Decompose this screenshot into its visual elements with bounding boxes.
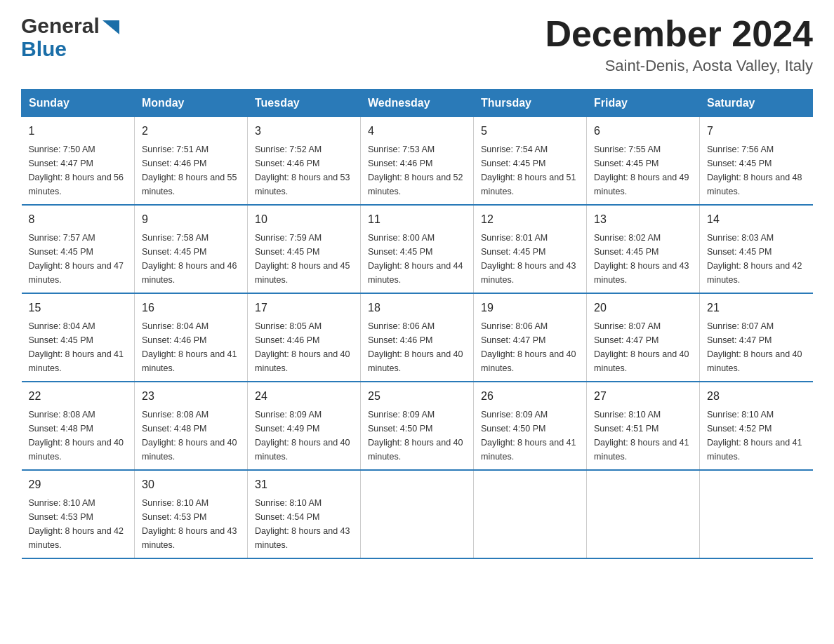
calendar-cell: [587, 470, 700, 558]
day-info: Sunrise: 7:55 AMSunset: 4:45 PMDaylight:…: [594, 142, 692, 199]
calendar-cell: 14 Sunrise: 8:03 AMSunset: 4:45 PMDaylig…: [700, 205, 813, 293]
calendar-cell: 31 Sunrise: 8:10 AMSunset: 4:54 PMDaylig…: [248, 470, 361, 558]
day-info: Sunrise: 8:09 AMSunset: 4:49 PMDaylight:…: [255, 408, 353, 464]
header-thursday: Thursday: [474, 90, 587, 117]
page-header: General Blue December 2024 Saint-Denis, …: [21, 14, 813, 75]
day-number: 20: [594, 300, 692, 316]
calendar-header-row: Sunday Monday Tuesday Wednesday Thursday…: [22, 90, 813, 117]
calendar-cell: 25 Sunrise: 8:09 AMSunset: 4:50 PMDaylig…: [361, 382, 474, 470]
calendar-cell: 19 Sunrise: 8:06 AMSunset: 4:47 PMDaylig…: [474, 293, 587, 382]
day-number: 6: [594, 123, 692, 140]
logo-blue-text: Blue: [21, 37, 67, 60]
day-number: 27: [594, 388, 692, 405]
day-number: 18: [368, 300, 466, 316]
day-info: Sunrise: 8:10 AMSunset: 4:51 PMDaylight:…: [594, 408, 692, 464]
day-number: 16: [142, 300, 240, 316]
calendar-cell: 10 Sunrise: 7:59 AMSunset: 4:45 PMDaylig…: [248, 205, 361, 293]
calendar-cell: 8 Sunrise: 7:57 AMSunset: 4:45 PMDayligh…: [22, 205, 135, 293]
day-info: Sunrise: 8:10 AMSunset: 4:53 PMDaylight:…: [29, 496, 128, 552]
calendar-cell: [474, 470, 587, 558]
day-number: 1: [29, 123, 128, 140]
calendar-table: Sunday Monday Tuesday Wednesday Thursday…: [21, 89, 813, 559]
calendar-cell: 16 Sunrise: 8:04 AMSunset: 4:46 PMDaylig…: [135, 293, 248, 382]
day-info: Sunrise: 8:10 AMSunset: 4:54 PMDaylight:…: [255, 496, 353, 552]
day-number: 29: [29, 476, 128, 493]
day-info: Sunrise: 7:56 AMSunset: 4:45 PMDaylight:…: [707, 142, 806, 199]
day-number: 4: [368, 123, 466, 140]
calendar-cell: 6 Sunrise: 7:55 AMSunset: 4:45 PMDayligh…: [587, 117, 700, 206]
calendar-cell: 9 Sunrise: 7:58 AMSunset: 4:45 PMDayligh…: [135, 205, 248, 293]
calendar-week-row-1: 1 Sunrise: 7:50 AMSunset: 4:47 PMDayligh…: [22, 117, 813, 206]
day-number: 23: [142, 388, 240, 405]
day-info: Sunrise: 7:59 AMSunset: 4:45 PMDaylight:…: [255, 231, 353, 287]
calendar-cell: 2 Sunrise: 7:51 AMSunset: 4:46 PMDayligh…: [135, 117, 248, 206]
calendar-cell: 15 Sunrise: 8:04 AMSunset: 4:45 PMDaylig…: [22, 293, 135, 382]
location-subtitle: Saint-Denis, Aosta Valley, Italy: [545, 57, 813, 75]
day-info: Sunrise: 8:04 AMSunset: 4:45 PMDaylight:…: [29, 319, 128, 375]
header-sunday: Sunday: [22, 90, 135, 117]
day-info: Sunrise: 7:53 AMSunset: 4:46 PMDaylight:…: [368, 142, 466, 199]
calendar-cell: 12 Sunrise: 8:01 AMSunset: 4:45 PMDaylig…: [474, 205, 587, 293]
header-tuesday: Tuesday: [248, 90, 361, 117]
calendar-cell: 22 Sunrise: 8:08 AMSunset: 4:48 PMDaylig…: [22, 382, 135, 470]
header-monday: Monday: [135, 90, 248, 117]
day-info: Sunrise: 7:51 AMSunset: 4:46 PMDaylight:…: [142, 142, 240, 199]
calendar-cell: 21 Sunrise: 8:07 AMSunset: 4:47 PMDaylig…: [700, 293, 813, 382]
calendar-cell: 11 Sunrise: 8:00 AMSunset: 4:45 PMDaylig…: [361, 205, 474, 293]
day-number: 12: [481, 211, 579, 228]
day-info: Sunrise: 8:05 AMSunset: 4:46 PMDaylight:…: [255, 319, 353, 375]
day-number: 17: [255, 300, 353, 316]
day-number: 2: [142, 123, 240, 140]
header-saturday: Saturday: [700, 90, 813, 117]
calendar-cell: 17 Sunrise: 8:05 AMSunset: 4:46 PMDaylig…: [248, 293, 361, 382]
calendar-cell: 24 Sunrise: 8:09 AMSunset: 4:49 PMDaylig…: [248, 382, 361, 470]
day-info: Sunrise: 7:50 AMSunset: 4:47 PMDaylight:…: [29, 142, 128, 199]
day-number: 25: [368, 388, 466, 405]
day-number: 8: [29, 211, 128, 228]
header-wednesday: Wednesday: [361, 90, 474, 117]
day-number: 9: [142, 211, 240, 228]
day-number: 30: [142, 476, 240, 493]
day-info: Sunrise: 8:08 AMSunset: 4:48 PMDaylight:…: [29, 408, 128, 464]
day-number: 3: [255, 123, 353, 140]
calendar-cell: 26 Sunrise: 8:09 AMSunset: 4:50 PMDaylig…: [474, 382, 587, 470]
day-info: Sunrise: 7:58 AMSunset: 4:45 PMDaylight:…: [142, 231, 240, 287]
calendar-cell: [700, 470, 813, 558]
day-info: Sunrise: 8:00 AMSunset: 4:45 PMDaylight:…: [368, 231, 466, 287]
day-number: 10: [255, 211, 353, 228]
svg-marker-0: [102, 20, 119, 34]
day-number: 21: [707, 300, 806, 316]
day-number: 13: [594, 211, 692, 228]
day-info: Sunrise: 8:06 AMSunset: 4:46 PMDaylight:…: [368, 319, 466, 375]
day-info: Sunrise: 8:07 AMSunset: 4:47 PMDaylight:…: [594, 319, 692, 375]
day-number: 11: [368, 211, 466, 228]
logo: General Blue: [21, 14, 119, 60]
day-info: Sunrise: 8:06 AMSunset: 4:47 PMDaylight:…: [481, 319, 579, 375]
day-info: Sunrise: 7:52 AMSunset: 4:46 PMDaylight:…: [255, 142, 353, 199]
day-number: 24: [255, 388, 353, 405]
calendar-cell: 20 Sunrise: 8:07 AMSunset: 4:47 PMDaylig…: [587, 293, 700, 382]
calendar-cell: 27 Sunrise: 8:10 AMSunset: 4:51 PMDaylig…: [587, 382, 700, 470]
day-number: 7: [707, 123, 806, 140]
day-info: Sunrise: 8:09 AMSunset: 4:50 PMDaylight:…: [481, 408, 579, 464]
day-info: Sunrise: 7:57 AMSunset: 4:45 PMDaylight:…: [29, 231, 128, 287]
day-info: Sunrise: 8:10 AMSunset: 4:52 PMDaylight:…: [707, 408, 806, 464]
day-info: Sunrise: 8:09 AMSunset: 4:50 PMDaylight:…: [368, 408, 466, 464]
day-number: 19: [481, 300, 579, 316]
calendar-cell: 30 Sunrise: 8:10 AMSunset: 4:53 PMDaylig…: [135, 470, 248, 558]
day-number: 22: [29, 388, 128, 405]
day-number: 5: [481, 123, 579, 140]
day-info: Sunrise: 8:02 AMSunset: 4:45 PMDaylight:…: [594, 231, 692, 287]
day-number: 15: [29, 300, 128, 316]
calendar-week-row-3: 15 Sunrise: 8:04 AMSunset: 4:45 PMDaylig…: [22, 293, 813, 382]
title-area: December 2024 Saint-Denis, Aosta Valley,…: [545, 14, 813, 75]
day-number: 31: [255, 476, 353, 493]
day-info: Sunrise: 8:10 AMSunset: 4:53 PMDaylight:…: [142, 496, 240, 552]
day-info: Sunrise: 7:54 AMSunset: 4:45 PMDaylight:…: [481, 142, 579, 199]
month-title: December 2024: [545, 14, 813, 54]
calendar-cell: 23 Sunrise: 8:08 AMSunset: 4:48 PMDaylig…: [135, 382, 248, 470]
logo-general-text: General: [21, 14, 119, 37]
day-number: 28: [707, 388, 806, 405]
calendar-cell: 29 Sunrise: 8:10 AMSunset: 4:53 PMDaylig…: [22, 470, 135, 558]
header-friday: Friday: [587, 90, 700, 117]
